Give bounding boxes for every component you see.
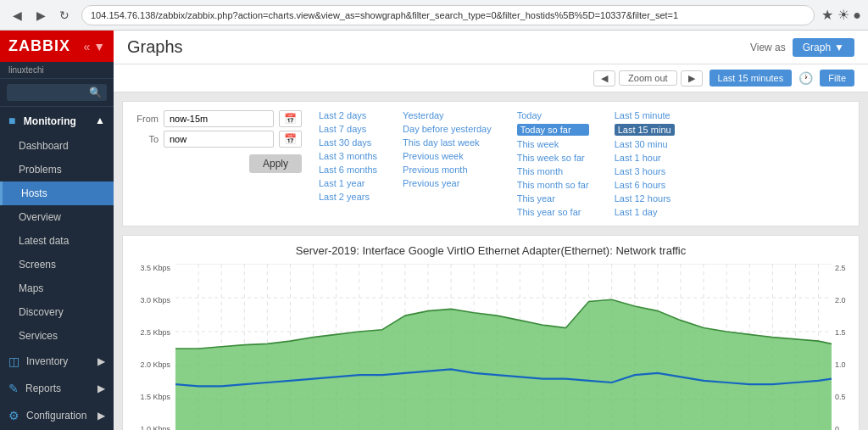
quick-link-last-15-minutes[interactable]: Last 15 minu [615, 124, 675, 136]
sidebar-item-services[interactable]: Services [0, 324, 114, 348]
time-range-button[interactable]: Last 15 minutes [709, 70, 793, 87]
quick-link-last-12-hours[interactable]: Last 12 hours [615, 193, 675, 204]
quick-link-last-6-hours[interactable]: Last 6 hours [615, 180, 675, 190]
quick-link-previous-month[interactable]: Previous month [403, 165, 492, 175]
sidebar-search-input[interactable] [12, 87, 89, 98]
configuration-expand-icon: ▶ [97, 410, 105, 422]
quick-link-this-month[interactable]: This month [517, 166, 589, 176]
filter-bar: ◀ Zoom out ▶ Last 15 minutes 🕐 Filte [114, 64, 868, 92]
reports-label: Reports [25, 383, 61, 394]
inventory-expand-icon: ▶ [97, 355, 105, 367]
y-label-0: 3.5 Kbps [131, 264, 170, 272]
quick-link-this-month-so-far[interactable]: This month so far [517, 180, 589, 190]
quick-link-previous-week[interactable]: Previous week [403, 151, 492, 161]
quick-link-previous-year[interactable]: Previous year [403, 178, 492, 188]
zoom-next-button[interactable]: ▶ [681, 70, 703, 87]
address-bar[interactable] [81, 5, 815, 25]
quick-link-today[interactable]: Today [517, 110, 589, 120]
sidebar-item-problems[interactable]: Problems [0, 158, 114, 181]
sidebar-item-dashboard[interactable]: Dashboard [0, 134, 114, 158]
zoom-out-button[interactable]: Zoom out [619, 70, 676, 86]
quick-link-today-so-far[interactable]: Today so far [517, 124, 589, 136]
reports-icon: ✎ [8, 382, 19, 395]
y-axis-right: 2.5 2.0 1.5 1.0 0.5 0 [833, 264, 850, 430]
graph-title: Server-2019: Interface Google VirtIO Eth… [131, 244, 850, 257]
browser-action-icons: ★ ☀ ● [821, 7, 861, 23]
y-label-2: 2.5 Kbps [131, 328, 170, 337]
to-input[interactable] [164, 131, 274, 148]
quick-link-day-before-yesterday[interactable]: Day before yesterday [403, 124, 492, 134]
refresh-button[interactable]: ↻ [54, 5, 75, 25]
logo-icons: « ▼ [83, 40, 105, 53]
quick-link-last-2-years[interactable]: Last 2 years [319, 192, 377, 202]
quick-link-last-1-day[interactable]: Last 1 day [615, 207, 675, 217]
to-calendar-button[interactable]: 📅 [279, 131, 302, 148]
dropdown-icon: ▼ [834, 42, 844, 53]
quick-links-col2: Yesterday Day before yesterday This day … [403, 110, 492, 217]
date-inputs-section: From 📅 To 📅 Apply [135, 110, 302, 173]
forward-button[interactable]: ▶ [31, 5, 51, 25]
browser-chrome: ◀ ▶ ↻ ★ ☀ ● [0, 0, 868, 31]
to-label: To [135, 134, 159, 144]
page-title: Graphs [127, 37, 183, 57]
quick-links-col3: Today Today so far This week This week s… [517, 110, 589, 217]
sidebar-search-box: 🔍 [0, 79, 114, 107]
quick-link-last-3-hours[interactable]: Last 3 hours [615, 166, 675, 176]
clock-icon: 🕐 [798, 71, 813, 85]
configuration-label: Configuration [26, 410, 86, 422]
date-filter-row: From 📅 To 📅 Apply [135, 110, 847, 217]
quick-link-last-2-days[interactable]: Last 2 days [319, 110, 377, 120]
reports-section[interactable]: ✎ Reports ▶ [0, 375, 114, 402]
inventory-section[interactable]: ◫ Inventory ▶ [0, 348, 114, 375]
quick-link-last-1-hour[interactable]: Last 1 hour [615, 153, 675, 163]
sidebar-item-overview[interactable]: Overview [0, 205, 114, 229]
sidebar-item-screens[interactable]: Screens [0, 253, 114, 276]
sidebar-item-discovery[interactable]: Discovery [0, 300, 114, 324]
zoom-prev-button[interactable]: ◀ [593, 70, 615, 87]
quick-link-this-day-last-week[interactable]: This day last week [403, 137, 492, 148]
configuration-icon: ⚙ [8, 409, 19, 422]
configuration-section[interactable]: ⚙ Configuration ▶ [0, 402, 114, 429]
svg-marker-34 [175, 299, 832, 430]
from-row: From 📅 [135, 110, 302, 127]
sidebar-item-latest-data[interactable]: Latest data [0, 229, 114, 253]
quick-link-last-30-minutes[interactable]: Last 30 minu [615, 139, 675, 149]
monitoring-section-header[interactable]: ■ Monitoring ▲ [0, 107, 114, 134]
search-icon[interactable]: 🔍 [89, 87, 102, 98]
graph-area: 3.5 Kbps 3.0 Kbps 2.5 Kbps 2.0 Kbps 1.5 … [131, 264, 850, 430]
quick-link-this-year-so-far[interactable]: This year so far [517, 207, 589, 217]
y-label-5: 1.0 Kbps [131, 425, 170, 430]
y-right-3: 1.0 [835, 360, 850, 369]
quick-link-last-5-minutes[interactable]: Last 5 minute [615, 110, 675, 120]
from-input[interactable] [164, 110, 274, 127]
quick-link-last-6-months[interactable]: Last 6 months [319, 165, 377, 175]
content-area: From 📅 To 📅 Apply [114, 92, 868, 430]
filter-button[interactable]: Filte [820, 70, 854, 87]
quick-links: Last 2 days Last 7 days Last 30 days Las… [319, 110, 847, 217]
top-bar: Graphs View as Graph ▼ [114, 31, 868, 64]
quick-link-last-1-year[interactable]: Last 1 year [319, 178, 377, 188]
chart-wrapper [175, 264, 832, 430]
monitoring-collapse-icon: ▲ [95, 114, 105, 126]
graph-view-button[interactable]: Graph ▼ [793, 38, 854, 57]
app-container: ZABBIX « ▼ linuxtechi 🔍 ■ Monitoring ▲ D… [0, 31, 868, 430]
graph-btn-label: Graph [803, 42, 831, 53]
quick-link-last-3-months[interactable]: Last 3 months [319, 151, 377, 161]
graph-container: Server-2019: Interface Google VirtIO Eth… [122, 235, 860, 430]
main-content: Graphs View as Graph ▼ ◀ Zoom out ▶ Last… [114, 31, 868, 430]
zoom-controls: ◀ Zoom out ▶ [593, 70, 702, 87]
y-right-4: 0.5 [835, 393, 850, 401]
from-calendar-button[interactable]: 📅 [279, 110, 302, 127]
back-button[interactable]: ◀ [7, 5, 27, 25]
y-right-0: 2.5 [835, 264, 850, 272]
quick-link-last-30-days[interactable]: Last 30 days [319, 137, 377, 148]
quick-link-this-week-so-far[interactable]: This week so far [517, 153, 589, 163]
sidebar-item-hosts[interactable]: Hosts [0, 181, 114, 205]
sidebar-item-maps[interactable]: Maps [0, 276, 114, 300]
apply-button[interactable]: Apply [249, 154, 302, 173]
quick-link-this-week[interactable]: This week [517, 139, 589, 149]
y-label-3: 2.0 Kbps [131, 360, 170, 369]
quick-link-this-year[interactable]: This year [517, 193, 589, 204]
quick-link-yesterday[interactable]: Yesterday [403, 110, 492, 120]
quick-link-last-7-days[interactable]: Last 7 days [319, 124, 377, 134]
